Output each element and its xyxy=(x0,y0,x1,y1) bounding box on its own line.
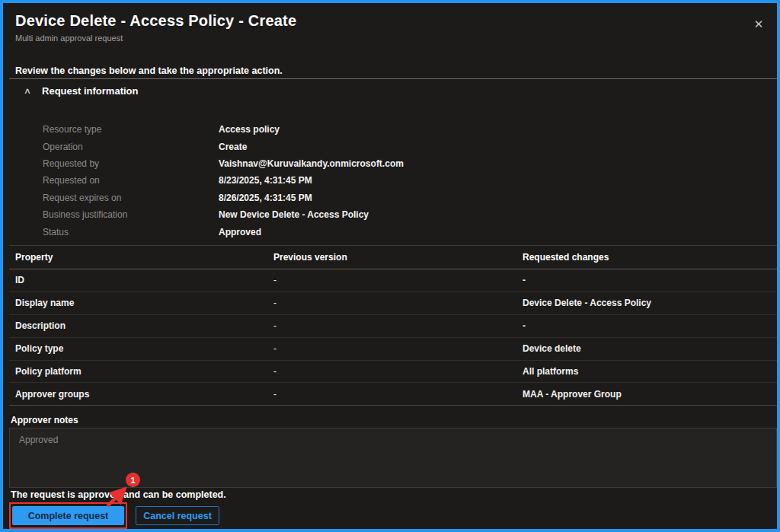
info-row: Request expires on 8/26/2025, 4:31:45 PM xyxy=(43,190,728,206)
cancel-request-button[interactable]: Cancel request xyxy=(136,506,219,525)
info-label: Requested on xyxy=(43,175,219,186)
page-subtitle: Multi admin approval request xyxy=(15,33,123,43)
info-value: 8/26/2025, 4:31:45 PM xyxy=(219,193,312,203)
cell-previous-version: - xyxy=(273,275,523,285)
approver-notes-input[interactable] xyxy=(9,428,777,488)
table-row: Display name - Device Delete - Access Po… xyxy=(9,292,777,315)
column-header-property: Property xyxy=(9,252,273,263)
cell-property: Description xyxy=(9,320,273,331)
cell-requested-changes: - xyxy=(523,320,777,331)
info-value: Create xyxy=(219,142,247,152)
info-row: Requested by Vaishnav@Kuruvaikandy.onmic… xyxy=(43,155,728,172)
info-row: Requested on 8/23/2025, 4:31:45 PM xyxy=(43,172,728,189)
requested-changes-table: Property Previous version Requested chan… xyxy=(9,245,777,406)
cell-property: Approver groups xyxy=(9,389,273,400)
review-instruction: Review the changes below and take the ap… xyxy=(15,65,283,76)
column-header-requested-changes: Requested changes xyxy=(523,252,777,263)
cell-previous-version: - xyxy=(273,389,523,400)
column-header-previous-version: Previous version xyxy=(273,252,523,263)
table-row: ID - - xyxy=(9,269,777,292)
cell-previous-version: - xyxy=(273,343,523,354)
info-value: New Device Delete - Access Policy xyxy=(219,209,369,220)
info-label: Business justification xyxy=(43,209,219,220)
info-row: Operation Create xyxy=(43,138,728,155)
cell-property: Display name xyxy=(9,298,273,308)
info-value: 8/23/2025, 4:31:45 PM xyxy=(219,175,312,186)
info-row: Resource type Access policy xyxy=(43,121,728,138)
info-value: Approved xyxy=(219,227,261,237)
section-title: Request information xyxy=(42,85,138,97)
table-header-row: Property Previous version Requested chan… xyxy=(9,246,777,269)
info-value: Vaishnav@Kuruvaikandy.onmicrosoft.com xyxy=(219,158,404,169)
status-message: The request is approved and can be compl… xyxy=(11,489,226,500)
cell-previous-version: - xyxy=(273,366,523,377)
table-row: Policy platform - All platforms xyxy=(9,361,777,384)
approver-notes-label: Approver notes xyxy=(11,415,78,425)
cell-previous-version: - xyxy=(273,298,523,308)
chevron-up-icon: ∧ xyxy=(24,86,31,96)
info-row: Business justification New Device Delete… xyxy=(43,206,728,223)
cell-property: ID xyxy=(9,275,273,285)
request-information-fields: Resource type Access policy Operation Cr… xyxy=(43,121,728,241)
request-information-section-header[interactable]: ∧ Request information xyxy=(24,85,138,97)
table-row: Policy type - Device delete xyxy=(9,338,777,361)
cell-requested-changes: Device delete xyxy=(523,343,777,354)
info-value: Access policy xyxy=(219,124,280,135)
close-icon[interactable]: ✕ xyxy=(751,17,766,32)
divider xyxy=(9,78,777,79)
table-row: Approver groups - MAA - Approver Group xyxy=(9,383,777,406)
info-label: Requested by xyxy=(43,158,219,169)
table-row: Description - - xyxy=(9,315,777,338)
info-label: Request expires on xyxy=(43,193,219,203)
cell-requested-changes: MAA - Approver Group xyxy=(523,389,777,400)
table-body: ID - - Display name - Device Delete - Ac… xyxy=(9,269,777,406)
page-title: Device Delete - Access Policy - Create xyxy=(15,12,296,30)
cell-property: Policy platform xyxy=(9,366,273,377)
info-row: Status Approved xyxy=(43,223,728,240)
info-label: Operation xyxy=(43,142,219,152)
dialog-panel: Device Delete - Access Policy - Create M… xyxy=(0,0,780,532)
cell-property: Policy type xyxy=(9,343,273,354)
info-label: Status xyxy=(43,227,219,237)
cell-requested-changes: All platforms xyxy=(523,366,777,377)
cell-requested-changes: - xyxy=(523,275,777,285)
complete-request-button[interactable]: Complete request xyxy=(12,506,124,525)
info-label: Resource type xyxy=(43,124,219,135)
cell-previous-version: - xyxy=(273,320,523,331)
cell-requested-changes: Device Delete - Access Policy xyxy=(523,298,777,308)
